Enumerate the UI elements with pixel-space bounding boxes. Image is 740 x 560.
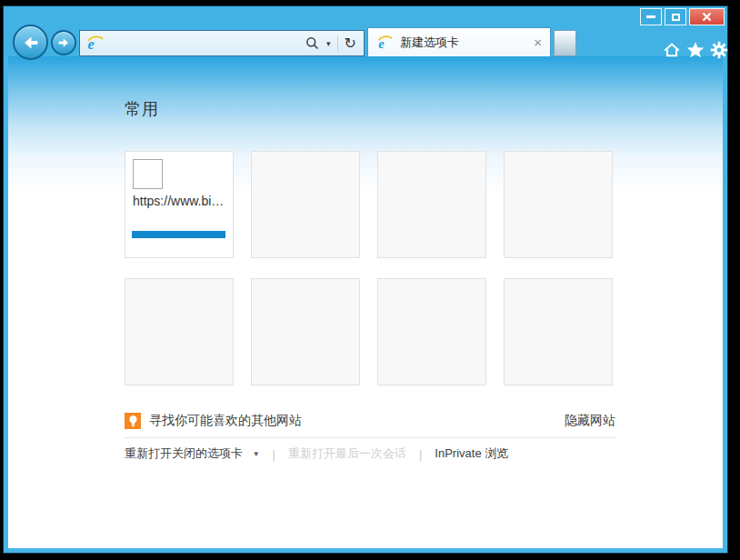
forward-button[interactable] xyxy=(51,30,76,55)
address-bar[interactable]: e ▾ ↻ xyxy=(79,30,365,56)
minimize-button[interactable] xyxy=(640,8,662,25)
site-tile-empty[interactable] xyxy=(377,151,486,258)
tab-title: 新建选项卡 xyxy=(400,35,459,51)
gear-icon xyxy=(710,41,728,59)
chevron-down-icon: ▼ xyxy=(253,450,260,458)
browser-chrome: e ▾ ↻ e 新建选项卡 × xyxy=(4,6,727,56)
home-icon xyxy=(663,41,681,59)
site-tile[interactable]: https://www.bi… xyxy=(125,151,234,258)
hide-sites-link[interactable]: 隐藏网站 xyxy=(565,413,615,429)
svg-text:e: e xyxy=(378,35,385,50)
address-input[interactable] xyxy=(110,36,298,50)
inprivate-browsing-link[interactable]: InPrivate 浏览 xyxy=(435,445,508,462)
close-button[interactable] xyxy=(689,8,725,25)
suggestions-row: 寻找你可能喜欢的其他网站 隐藏网站 xyxy=(125,413,615,429)
site-tile-empty[interactable] xyxy=(504,278,613,385)
link-separator: | xyxy=(273,447,275,461)
site-tile-empty[interactable] xyxy=(251,151,360,258)
tab-favicon-ie-icon: e xyxy=(376,35,393,51)
session-links-row: 重新打开关闭的选项卡 ▼ | 重新打开最后一次会话 | InPrivate 浏览 xyxy=(125,445,615,462)
tools-button[interactable] xyxy=(709,40,729,60)
lightbulb-icon xyxy=(125,413,141,429)
page-title: 常用 xyxy=(125,98,619,120)
svg-text:e: e xyxy=(88,36,95,53)
tab-close-icon[interactable]: × xyxy=(534,35,542,49)
site-frequency-bar xyxy=(132,231,225,238)
caption-buttons xyxy=(640,8,725,25)
search-dropdown-icon[interactable]: ▾ xyxy=(326,39,331,48)
forward-arrow-icon xyxy=(56,35,71,50)
ie-logo-icon: e xyxy=(85,35,104,53)
back-button[interactable] xyxy=(13,25,48,60)
frequent-sites-grid: https://www.bi… xyxy=(125,151,615,385)
favorites-button[interactable] xyxy=(685,40,705,60)
favicon-placeholder xyxy=(133,159,163,189)
new-tab-page: 常用 https://www.bi… xyxy=(8,56,723,548)
address-bar-separator xyxy=(337,35,338,52)
back-arrow-icon xyxy=(21,33,41,53)
site-tile-empty[interactable] xyxy=(125,278,234,385)
links-divider xyxy=(125,437,615,438)
browser-window: e ▾ ↻ e 新建选项卡 × xyxy=(3,5,728,554)
refresh-icon[interactable]: ↻ xyxy=(345,36,356,51)
site-tile-url: https://www.bi… xyxy=(133,194,231,208)
search-icon[interactable] xyxy=(305,35,320,51)
maximize-icon xyxy=(672,14,680,21)
site-tile-empty[interactable] xyxy=(251,278,360,385)
site-tile-empty[interactable] xyxy=(377,278,486,385)
maximize-button[interactable] xyxy=(665,8,686,25)
reopen-closed-tabs-label: 重新打开关闭的选项卡 xyxy=(125,446,243,460)
minimize-icon xyxy=(646,15,655,18)
link-separator: | xyxy=(419,447,422,461)
discover-sites-link[interactable]: 寻找你可能喜欢的其他网站 xyxy=(149,413,302,429)
tab-new-tab[interactable]: e 新建选项卡 × xyxy=(367,27,551,56)
home-button[interactable] xyxy=(662,40,682,60)
close-icon xyxy=(702,12,712,22)
star-icon xyxy=(686,41,705,59)
reopen-closed-tabs-link[interactable]: 重新打开关闭的选项卡 ▼ xyxy=(125,445,260,462)
reopen-last-session-link: 重新打开最后一次会话 xyxy=(288,445,406,462)
new-tab-button[interactable] xyxy=(554,30,576,56)
site-tile-empty[interactable] xyxy=(504,151,613,258)
